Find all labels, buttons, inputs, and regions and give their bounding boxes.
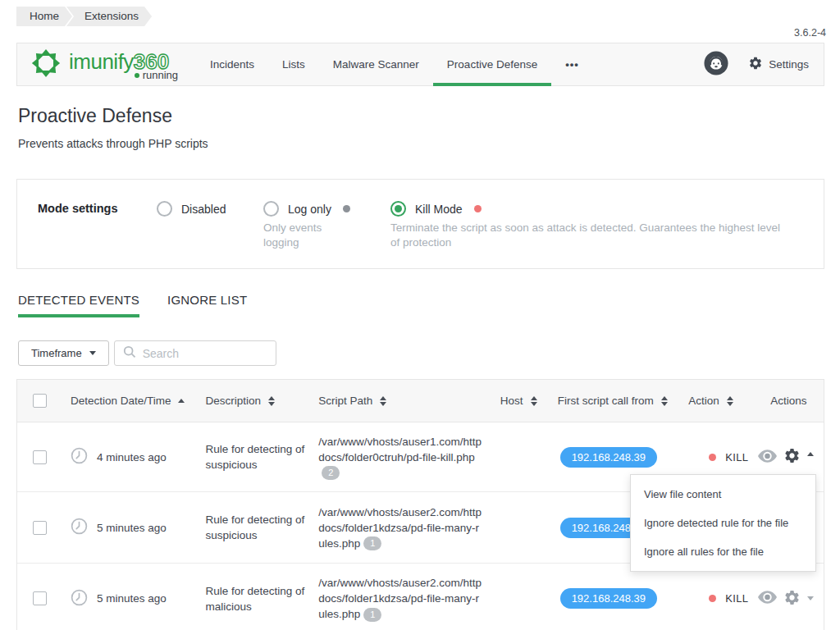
sort-asc-icon	[178, 399, 185, 403]
chevron-down-icon	[89, 351, 96, 355]
table-row: 5 minutes ago Rule for detecting of mali…	[17, 564, 824, 630]
column-label: First script call from	[558, 395, 654, 407]
kill-status-dot	[709, 595, 716, 602]
kill-mode-status-dot	[474, 205, 482, 212]
navbar: imunify360 running Incidents Lists Malwa…	[16, 43, 824, 86]
breadcrumb-item-home[interactable]: Home	[16, 7, 72, 26]
row-gear-menu-button[interactable]	[783, 589, 801, 609]
script-path: /var/www/vhosts/auser1.com/httpdocs/fold…	[318, 436, 482, 463]
tab-ignore-list[interactable]: IGNORE LIST	[167, 293, 247, 317]
clock-icon	[71, 589, 88, 609]
select-all-checkbox[interactable]	[33, 394, 47, 408]
search-icon	[123, 345, 136, 362]
row-action-menu: View file content Ignore detected rule f…	[630, 474, 816, 572]
kill-status-dot	[709, 454, 716, 461]
column-label: Detection Date/Time	[71, 395, 171, 407]
menu-item-ignore-detected-rule[interactable]: Ignore detected rule for the file	[631, 509, 815, 537]
nav-item-malware-scanner[interactable]: Malware Scanner	[319, 43, 433, 85]
tab-bar: DETECTED EVENTS IGNORE LIST	[18, 293, 247, 317]
page-subtitle: Prevents attacks through PHP scripts	[18, 137, 208, 150]
log-only-status-dot	[343, 205, 350, 212]
detection-time: 5 minutes ago	[97, 592, 167, 605]
row-gear-menu-button-open[interactable]	[783, 447, 801, 467]
status-dot-icon	[135, 73, 139, 78]
column-header-script-path[interactable]: Script Path	[318, 395, 500, 407]
row-checkbox[interactable]	[33, 591, 47, 605]
kill-mode-description: Terminate the script as soon as attack i…	[390, 221, 780, 250]
nav-item-lists[interactable]: Lists	[268, 43, 319, 85]
column-label: Host	[500, 395, 523, 407]
action-label: KILL	[725, 592, 748, 605]
version-label: 3.6.2-4	[794, 27, 826, 39]
menu-item-ignore-all-rules[interactable]: Ignore all rules for the file	[631, 537, 815, 566]
gear-icon	[748, 56, 763, 73]
sort-icon	[661, 396, 668, 406]
breadcrumb-item-extensions[interactable]: Extensions	[66, 7, 152, 26]
first-call-ip-pill: 192.168.248.39	[560, 588, 657, 609]
column-label: Actions	[770, 395, 806, 407]
settings-button[interactable]: Settings	[748, 56, 809, 73]
nav-more-button[interactable]: •••	[551, 43, 593, 85]
mode-settings-card: Mode settings Disabled Log only Only eve…	[16, 179, 824, 269]
starburst-icon	[30, 48, 62, 82]
action-label: KILL	[725, 451, 748, 463]
column-header-detection-date-time[interactable]: Detection Date/Time	[71, 395, 206, 407]
eye-icon[interactable]	[758, 450, 777, 465]
table-header-row: Detection Date/Time Description Script P…	[17, 380, 824, 422]
filter-bar: Timeframe	[18, 340, 276, 366]
count-badge: 2	[322, 466, 340, 480]
radio-option-kill-mode[interactable]: Kill Mode	[390, 201, 482, 217]
brand-status: running	[135, 69, 178, 81]
menu-item-view-file-content[interactable]: View file content	[631, 480, 815, 509]
column-header-description[interactable]: Description	[206, 395, 319, 407]
sort-icon	[531, 396, 537, 406]
proactive-defense-page: Home Extensions 3.6.2-4 imunify360	[0, 0, 840, 630]
column-header-action[interactable]: Action	[688, 395, 756, 407]
column-header-first-script-call-from[interactable]: First script call from	[550, 395, 689, 407]
count-badge: 1	[363, 608, 381, 622]
nav-menu: Incidents Lists Malware Scanner Proactiv…	[196, 43, 593, 85]
eye-icon[interactable]	[758, 591, 777, 606]
first-call-ip-pill: 192.168.248.39	[560, 447, 657, 468]
brand-logo[interactable]: imunify360 running	[17, 43, 196, 85]
radio-icon-selected[interactable]	[390, 201, 406, 217]
nav-item-incidents[interactable]: Incidents	[196, 43, 268, 85]
column-label: Action	[688, 395, 719, 407]
radio-icon[interactable]	[157, 201, 172, 217]
search-box	[114, 340, 276, 366]
column-label: Script Path	[318, 395, 372, 407]
timeframe-dropdown[interactable]: Timeframe	[18, 340, 109, 366]
sort-icon	[380, 396, 386, 406]
sort-icon	[727, 396, 733, 406]
radio-option-log-only[interactable]: Log only	[263, 201, 350, 217]
row-checkbox[interactable]	[33, 450, 47, 464]
count-badge: 1	[363, 536, 381, 550]
clock-icon	[71, 518, 88, 537]
search-input[interactable]	[143, 347, 267, 360]
log-only-description: Only events logging	[263, 221, 349, 250]
radio-label: Kill Mode	[415, 203, 463, 216]
event-description: Rule for detecting of suspicious	[206, 441, 310, 472]
script-path: /var/www/vhosts/auser2.com/httpdocs/fold…	[318, 577, 482, 620]
column-header-host[interactable]: Host	[500, 395, 550, 407]
timeframe-label: Timeframe	[31, 347, 82, 359]
support-headset-icon[interactable]	[704, 51, 728, 79]
radio-label: Log only	[288, 203, 331, 216]
chevron-down-icon	[807, 596, 814, 600]
row-checkbox[interactable]	[33, 521, 47, 535]
settings-label: Settings	[769, 58, 809, 71]
breadcrumb: Home Extensions	[16, 7, 152, 26]
radio-icon[interactable]	[263, 201, 279, 217]
nav-item-proactive-defense[interactable]: Proactive Defense	[433, 43, 551, 85]
radio-label: Disabled	[181, 203, 226, 216]
tab-detected-events[interactable]: DETECTED EVENTS	[18, 293, 139, 317]
event-description: Rule for detecting of suspicious	[206, 512, 310, 543]
script-path: /var/www/vhosts/auser2.com/httpdocs/fold…	[318, 506, 482, 550]
navbar-right: Settings	[704, 43, 824, 85]
radio-option-disabled[interactable]: Disabled	[157, 201, 226, 217]
status-label: running	[143, 69, 178, 81]
chevron-up-icon	[807, 452, 814, 456]
sort-icon	[268, 396, 275, 406]
page-title: Proactive Defense	[18, 105, 172, 127]
mode-settings-label: Mode settings	[38, 202, 117, 215]
